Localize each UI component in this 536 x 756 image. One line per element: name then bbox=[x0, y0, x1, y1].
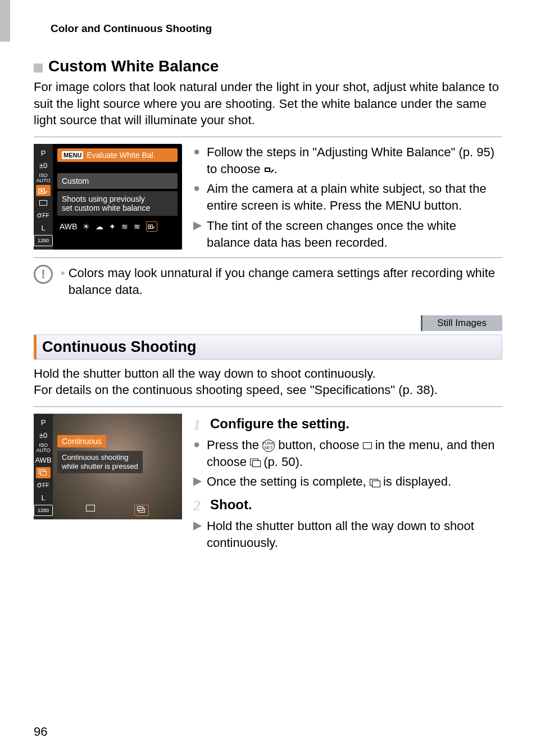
awb-label: AWB bbox=[60, 222, 77, 231]
bullet-marker: ● bbox=[193, 144, 202, 177]
bullet-text: Hold the shutter button all the way down… bbox=[207, 518, 502, 551]
single-shot-inline-icon bbox=[363, 442, 372, 449]
camera-screenshot-wb: P ±0 ISO AUTO ỚFF L 1280 MENU bbox=[34, 144, 182, 254]
page-tab-edge bbox=[0, 0, 10, 42]
side-p: P bbox=[34, 147, 53, 159]
side-l: L bbox=[34, 223, 53, 234]
continuous-sub: Continuous shooting while shutter is pre… bbox=[57, 451, 143, 474]
continuous-inline-icon bbox=[250, 459, 260, 467]
sub-line2: while shutter is pressed bbox=[62, 462, 138, 471]
side-iso: ISO AUTO bbox=[34, 442, 53, 454]
section2-intro: Hold the shutter button all the way down… bbox=[34, 365, 502, 399]
side-res: 1280 bbox=[34, 505, 53, 516]
b2-text-b: button. bbox=[421, 198, 462, 212]
bullet-text: Once the setting is complete, is display… bbox=[207, 473, 451, 490]
camera-side-strip: P ±0 ISO AUTO AWB ỚFF L 1280 bbox=[34, 414, 53, 519]
wb-title-text: Evaluate White Bal. bbox=[87, 151, 155, 160]
single-shot-icon bbox=[86, 505, 95, 511]
side-wb-icon bbox=[36, 185, 51, 196]
result-marker-icon: ▶ bbox=[193, 518, 202, 551]
step-number: 2 bbox=[193, 496, 205, 515]
wb-title-bar: MENU Evaluate White Bal. bbox=[57, 148, 178, 162]
wb-desc-box: Shoots using previously set custom white… bbox=[57, 191, 178, 216]
note-text-content: Colors may look unnatural if you change … bbox=[69, 265, 502, 298]
continuous-inline-icon bbox=[370, 479, 380, 487]
section2-steps: 1 Configure the setting. ● Press the FUN… bbox=[193, 414, 502, 555]
func-set-icon: FUNCSET bbox=[262, 440, 275, 452]
side-ev: ±0 bbox=[34, 429, 53, 441]
section1-bullets: ● Follow the steps in "Adjusting White B… bbox=[193, 144, 502, 254]
page-header: Color and Continuous Shooting bbox=[51, 22, 502, 35]
wb-icons-row: AWB ☀ ☁ ✦ ≋ ≋ bbox=[57, 218, 178, 232]
wb-desc-line2: set custom white balance bbox=[62, 203, 173, 212]
s1b2-a: Once the setting is complete, bbox=[207, 474, 370, 488]
section-intro: For image colors that look natural under… bbox=[34, 79, 502, 129]
side-burst-icon bbox=[36, 467, 51, 478]
result-marker-icon: ▶ bbox=[193, 218, 202, 251]
section-continuous-shooting: Continuous Shooting Hold the shutter but… bbox=[34, 334, 502, 555]
side-off-icon: ỚFF bbox=[34, 210, 53, 221]
bullet-marker: ● bbox=[193, 180, 202, 214]
s1b1-b: button, choose bbox=[275, 438, 363, 452]
section-title: Custom White Balance bbox=[48, 57, 219, 75]
s1b2-b: is displayed. bbox=[380, 474, 451, 488]
custom-wb-icon bbox=[146, 221, 157, 232]
still-images-badge: Still Images bbox=[421, 315, 502, 331]
camera-photo-area: Continuous Continuous shooting while shu… bbox=[53, 414, 182, 519]
camera-main-panel: MENU Evaluate White Bal. Custom Shoots u… bbox=[53, 144, 182, 250]
wb-mode-box: Custom bbox=[57, 173, 178, 189]
fluorescent-h-icon: ≋ bbox=[134, 222, 140, 231]
side-ev: ±0 bbox=[34, 160, 53, 171]
section2-title: Continuous Shooting bbox=[42, 338, 196, 356]
bullet-marker: ● bbox=[193, 437, 202, 470]
svg-rect-5 bbox=[266, 169, 269, 171]
note-bullet-marker: • bbox=[61, 265, 65, 298]
bullet-text: The tint of the screen changes once the … bbox=[207, 218, 502, 251]
camera-screenshot-continuous: P ±0 ISO AUTO AWB ỚFF L 1280 bbox=[34, 414, 182, 555]
side-iso: ISO AUTO bbox=[34, 173, 53, 184]
bullet-text: Press the FUNCSET button, choose in the … bbox=[207, 437, 502, 470]
divider bbox=[34, 406, 502, 407]
step1-title: Configure the setting. bbox=[210, 415, 349, 434]
b1-text-b: . bbox=[274, 162, 278, 176]
cloud-icon: ☁ bbox=[96, 222, 103, 231]
continuous-label: Continuous bbox=[57, 435, 106, 447]
tungsten-icon: ✦ bbox=[109, 222, 116, 231]
sun-icon: ☀ bbox=[83, 222, 90, 231]
side-awb: AWB bbox=[34, 455, 53, 466]
continuous-shot-icon bbox=[134, 505, 149, 516]
side-single-icon bbox=[34, 197, 53, 209]
divider bbox=[34, 257, 502, 258]
svg-point-1 bbox=[40, 190, 43, 192]
section-heading-bar: Continuous Shooting bbox=[34, 334, 502, 360]
divider bbox=[34, 137, 502, 137]
s1b1-a: Press the bbox=[207, 438, 262, 452]
bullet-text: Aim the camera at a plain white subject,… bbox=[207, 180, 502, 214]
b1-text-a: Follow the steps in "Adjusting White Bal… bbox=[207, 145, 494, 176]
side-off-icon: ỚFF bbox=[34, 479, 53, 491]
s1b1-d: (p. 50). bbox=[260, 455, 303, 469]
menu-chip: MENU bbox=[62, 151, 83, 159]
page-number: 96 bbox=[34, 725, 47, 739]
caution-icon: ! bbox=[34, 265, 53, 284]
svg-point-3 bbox=[149, 226, 151, 228]
result-marker-icon: ▶ bbox=[193, 473, 202, 490]
wb-desc-line1: Shoots using previously bbox=[62, 194, 173, 203]
bullet-text: Follow the steps in "Adjusting White Bal… bbox=[207, 144, 502, 177]
custom-wb-inline-icon bbox=[264, 166, 274, 174]
menu-word: MENU bbox=[385, 198, 421, 212]
fluorescent-icon: ≋ bbox=[121, 222, 128, 231]
sub-line1: Continuous shooting bbox=[62, 453, 138, 462]
side-res: 1280 bbox=[34, 235, 53, 246]
side-l: L bbox=[34, 492, 53, 504]
step-number: 1 bbox=[193, 415, 205, 434]
side-p: P bbox=[34, 417, 53, 428]
caution-note: ! • Colors may look unnatural if you cha… bbox=[34, 265, 502, 298]
step2-title: Shoot. bbox=[210, 496, 252, 515]
camera-side-strip: P ±0 ISO AUTO ỚFF L 1280 bbox=[34, 144, 53, 250]
section-marker-icon bbox=[34, 64, 43, 73]
section-custom-white-balance: Custom White Balance For image colors th… bbox=[34, 57, 502, 298]
photo-bottom-icons bbox=[53, 505, 182, 516]
